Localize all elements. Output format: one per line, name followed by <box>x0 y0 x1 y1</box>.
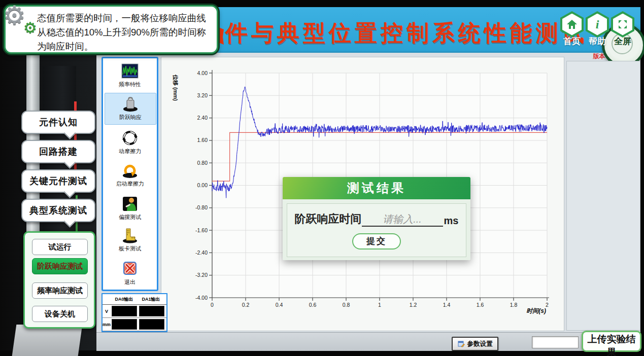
svg-text:时间(s): 时间(s) <box>526 307 546 314</box>
circular-arrows-icon <box>122 130 138 146</box>
svg-text:0.00: 0.00 <box>197 182 208 188</box>
fullscreen-icon <box>618 19 628 29</box>
footer-param-settings-button[interactable]: 参数设置 <box>452 337 498 351</box>
tool-dynamic-friction[interactable]: 动摩擦力 <box>105 127 155 155</box>
svg-text:1.6: 1.6 <box>477 302 484 308</box>
tool-exit[interactable]: 退出 <box>105 258 155 286</box>
sidebar-item-key-component-test[interactable]: 关键元件测试 <box>21 169 95 193</box>
nav-fullscreen-button[interactable]: 全屏 <box>611 11 634 38</box>
da1-mm-display <box>139 319 164 330</box>
tool-board-test[interactable]: 板卡测试 <box>105 225 155 253</box>
frequency-waveform-icon <box>121 63 139 79</box>
app-root: 件与典型位置控制系统性能测试 版本：2014.03 首页 i 帮助 全屏 态值所… <box>0 0 644 356</box>
tool-frequency-characteristic[interactable]: 频率特性 <box>105 60 155 88</box>
bubble-label: 回路搭建 <box>39 146 78 158</box>
row-mm-label: mm <box>103 322 111 327</box>
da-output-table: DA0输出 DA1输出 V mm <box>101 293 167 332</box>
info-icon: i <box>596 18 599 31</box>
bubble-label: 典型系统测试 <box>29 204 87 217</box>
svg-text:位移 (mm): 位移 (mm) <box>173 74 179 101</box>
svg-text:4.00: 4.00 <box>197 70 208 76</box>
svg-text:1.60: 1.60 <box>197 137 208 143</box>
svg-text:-0.80: -0.80 <box>195 204 208 210</box>
tool-deflection-test[interactable]: 偏摆测试 <box>105 193 155 221</box>
settings-window-icon <box>458 340 465 347</box>
person-icon <box>122 196 138 212</box>
svg-text:1.2: 1.2 <box>410 302 417 308</box>
svg-text:0: 0 <box>211 302 214 308</box>
orange-arrow-icon <box>121 162 139 179</box>
hint-tooltip-text: 态值所需要的时间，一般将位移响应曲线从稳态值的10%上升到90%所需的时间称为响… <box>37 13 206 52</box>
upload-results-button[interactable]: 上传实验结果 <box>582 331 641 352</box>
dialog-field-label: 阶跃响应时间 <box>295 211 362 227</box>
background-photo-base <box>12 325 83 356</box>
gear-icon: ⚙ <box>3 3 26 28</box>
sidebar-item-circuit-build[interactable]: 回路搭建 <box>21 140 95 163</box>
dialog-unit: ms <box>444 215 459 227</box>
row-v-label: V <box>103 309 111 314</box>
svg-text:-4.00: -4.00 <box>195 295 208 301</box>
svg-text:0.6: 0.6 <box>309 302 317 308</box>
svg-text:2.40: 2.40 <box>197 115 208 121</box>
ruler-icon <box>121 227 139 243</box>
dialog-title: 测试结果 <box>283 177 470 199</box>
sidebar-item-frequency-response-test[interactable]: 频率响应测试 <box>32 282 88 299</box>
sidebar-item-component-cognition[interactable]: 元件认知 <box>21 111 95 134</box>
nav-help-button[interactable]: i 帮助 <box>586 11 609 38</box>
svg-text:-1.60: -1.60 <box>195 227 208 233</box>
submit-button[interactable]: 提交 <box>352 233 401 250</box>
sidebar-test-group: 试运行 阶跃响应测试 频率响应测试 设备关机 <box>23 231 95 329</box>
nav-fullscreen-label: 全屏 <box>607 35 638 47</box>
svg-text:0.2: 0.2 <box>242 302 250 308</box>
svg-text:1: 1 <box>378 302 381 308</box>
svg-text:0.8: 0.8 <box>343 302 350 308</box>
test-result-dialog: 测试结果 阶跃响应时间 ms 提交 <box>283 177 470 260</box>
sidebar-item-typical-system-test[interactable]: 典型系统测试 <box>21 199 95 222</box>
tool-panel: 频率特性 阶跃响应 动摩擦力 启动摩擦力 <box>101 57 158 291</box>
gear-icon-small: ⚙ <box>23 20 37 35</box>
svg-text:3.20: 3.20 <box>197 92 208 98</box>
bubble-label: 关键元件测试 <box>29 175 87 187</box>
weight-step-icon <box>122 96 139 112</box>
rack-input[interactable] <box>532 336 579 348</box>
svg-text:0.80: 0.80 <box>197 160 208 166</box>
da1-v-display <box>139 306 164 316</box>
exit-x-icon <box>122 261 138 276</box>
response-time-input[interactable] <box>362 213 443 227</box>
da0-v-display <box>112 306 137 316</box>
nav-home-button[interactable]: 首页 <box>560 11 584 38</box>
tool-starting-friction[interactable]: 启动摩擦力 <box>105 160 155 188</box>
da1-header: DA1输出 <box>138 296 164 303</box>
da0-mm-display <box>112 319 137 330</box>
svg-text:-3.20: -3.20 <box>195 272 208 278</box>
svg-text:1.4: 1.4 <box>443 302 451 308</box>
right-panel <box>566 61 640 331</box>
svg-text:0.4: 0.4 <box>276 302 283 308</box>
sidebar-item-trial-run[interactable]: 试运行 <box>32 239 88 255</box>
svg-text:1.8: 1.8 <box>510 302 518 308</box>
tool-step-response[interactable]: 阶跃响应 <box>105 93 156 125</box>
da0-header: DA0输出 <box>111 296 138 303</box>
page-title: 件与典型位置控制系统性能测试 <box>225 18 588 48</box>
bubble-label: 元件认知 <box>39 116 78 128</box>
home-icon <box>566 19 578 29</box>
svg-text:-2.40: -2.40 <box>195 250 208 256</box>
sidebar-item-step-response-test[interactable]: 阶跃响应测试 <box>32 258 88 274</box>
sidebar-item-device-shutdown[interactable]: 设备关机 <box>32 306 88 322</box>
